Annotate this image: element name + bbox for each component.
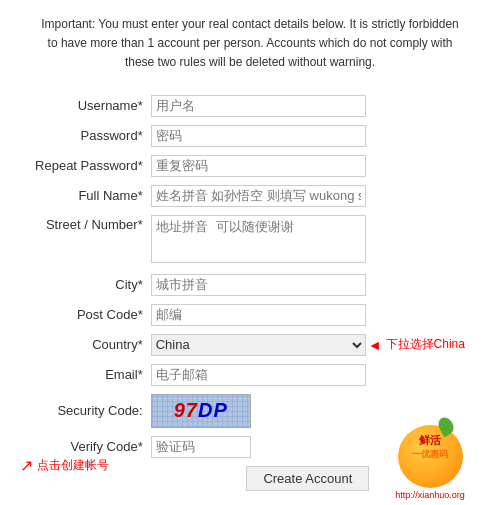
postcode-label: Post Code* <box>31 300 149 330</box>
country-label: Country* <box>31 330 149 360</box>
country-row: Country* China USA UK ◄ 下拉选择China <box>31 330 469 360</box>
arrow-up-icon: ↗ <box>20 456 33 475</box>
fullname-input[interactable] <box>151 185 366 207</box>
fullname-input-cell <box>149 181 469 211</box>
fullname-label: Full Name* <box>31 181 149 211</box>
notice-box: Important: You must enter your real cont… <box>10 15 490 73</box>
country-select[interactable]: China USA UK <box>151 334 366 356</box>
create-account-button[interactable]: Create Account <box>246 466 369 491</box>
email-label: Email* <box>31 360 149 390</box>
captcha-area: 97DP <box>151 394 465 428</box>
postcode-row: Post Code* <box>31 300 469 330</box>
username-label: Username* <box>31 91 149 121</box>
postcode-input[interactable] <box>151 304 366 326</box>
notice-line1: Important: You must enter your real cont… <box>40 15 460 34</box>
country-row-inner: China USA UK ◄ 下拉选择China <box>151 334 465 356</box>
username-row: Username* <box>31 91 469 121</box>
username-input-cell <box>149 91 469 121</box>
password-row: Password* <box>31 121 469 151</box>
arrow-left-icon: ◄ <box>368 337 382 353</box>
repeat-password-row: Repeat Password* <box>31 151 469 181</box>
notice-line2: to have more than 1 account per person. … <box>40 34 460 53</box>
brand-url: http://xianhuo.org <box>395 490 465 500</box>
captcha-text: 97DP <box>174 399 228 422</box>
email-row: Email* <box>31 360 469 390</box>
street-input-cell <box>149 211 469 270</box>
captcha-part2: DP <box>198 399 228 421</box>
password-label: Password* <box>31 121 149 151</box>
security-label: Security Code: <box>31 390 149 432</box>
email-input[interactable] <box>151 364 366 386</box>
orange-circle: 鲜活 一优惠码 <box>398 425 463 488</box>
repeat-password-input[interactable] <box>151 155 366 177</box>
password-input-cell <box>149 121 469 151</box>
brand-line1: 鲜活 <box>398 433 463 448</box>
city-row: City* <box>31 270 469 300</box>
street-label: Street / Number* <box>31 211 149 270</box>
street-input[interactable] <box>151 215 366 263</box>
city-input-cell <box>149 270 469 300</box>
repeat-password-input-cell <box>149 151 469 181</box>
country-note: 下拉选择China <box>386 336 465 353</box>
country-input-cell: China USA UK ◄ 下拉选择China <box>149 330 469 360</box>
repeat-password-label: Repeat Password* <box>31 151 149 181</box>
fullname-row: Full Name* <box>31 181 469 211</box>
notice-line3: these two rules will be deleted without … <box>40 53 460 72</box>
verify-input[interactable] <box>151 436 251 458</box>
page-wrapper: Important: You must enter your real cont… <box>0 0 500 505</box>
city-label: City* <box>31 270 149 300</box>
password-input[interactable] <box>151 125 366 147</box>
username-input[interactable] <box>151 95 366 117</box>
street-row: Street / Number* <box>31 211 469 270</box>
brand-logo: 鲜活 一优惠码 http://xianhuo.org <box>370 425 490 500</box>
email-input-cell <box>149 360 469 390</box>
postcode-input-cell <box>149 300 469 330</box>
city-input[interactable] <box>151 274 366 296</box>
captcha-part1: 97 <box>174 399 198 421</box>
brand-text: 鲜活 一优惠码 <box>398 433 463 461</box>
bottom-note: ↗ 点击创建帐号 <box>20 456 109 475</box>
bottom-note-text: 点击创建帐号 <box>37 457 109 474</box>
captcha-image: 97DP <box>151 394 251 428</box>
brand-line2: 一优惠码 <box>398 448 463 461</box>
